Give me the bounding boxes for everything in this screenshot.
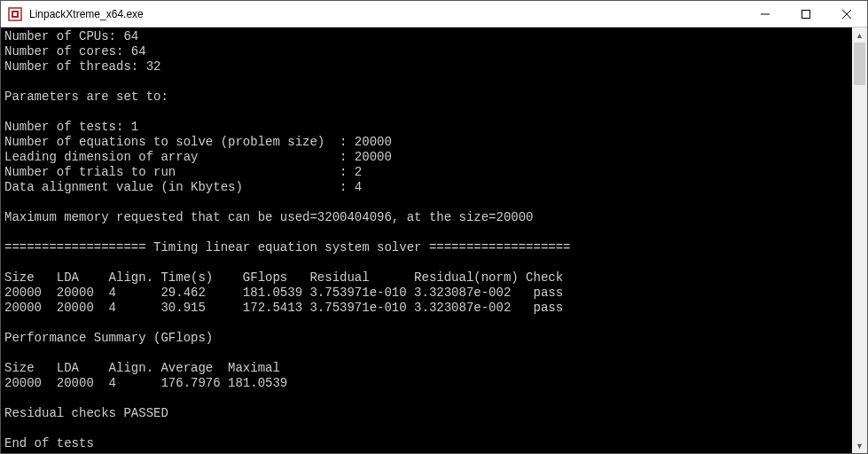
minimize-button[interactable]: [745, 1, 786, 27]
svg-rect-4: [802, 10, 810, 18]
app-icon: [8, 7, 22, 21]
vertical-scrollbar[interactable]: ▲ ▼: [852, 27, 867, 453]
scroll-up-arrow-icon[interactable]: ▲: [852, 27, 867, 43]
svg-rect-2: [13, 12, 17, 16]
window-title: LinpackXtreme_x64.exe: [29, 8, 745, 20]
titlebar[interactable]: LinpackXtreme_x64.exe: [1, 1, 867, 27]
scrollbar-thumb[interactable]: [854, 43, 865, 85]
maximize-button[interactable]: [786, 1, 826, 27]
console-output: Number of CPUs: 64 Number of cores: 64 N…: [1, 27, 852, 453]
window-controls: [745, 1, 867, 27]
scroll-down-arrow-icon[interactable]: ▼: [852, 438, 867, 453]
close-button[interactable]: [826, 1, 867, 27]
client-area: Number of CPUs: 64 Number of cores: 64 N…: [1, 27, 867, 453]
